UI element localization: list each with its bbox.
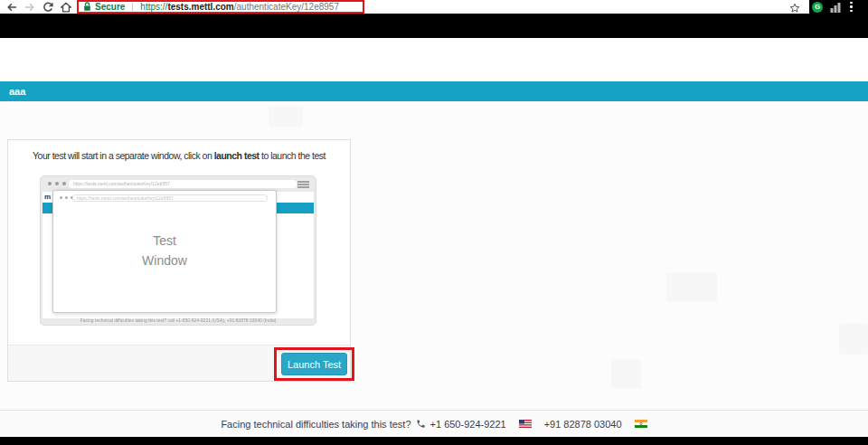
mock-popup-dots-icon (60, 196, 73, 199)
mock-popup-body: Test Window (53, 231, 276, 270)
grammarly-extension-icon[interactable]: G (812, 2, 823, 13)
url-protocol: https:// (140, 2, 167, 12)
screen: Secure https://tests.mettl.com/authentic… (0, 0, 868, 445)
url-text: https://tests.mettl.com/authenticateKey/… (140, 2, 339, 12)
address-divider (132, 3, 133, 11)
url-domain: tests.mettl.com (167, 2, 233, 12)
us-flag-icon (519, 420, 532, 428)
test-name-bar: aaa (0, 81, 868, 101)
mock-hamburger-icon (297, 181, 309, 188)
test-window-label-line2: Window (53, 251, 276, 270)
instruction-bold: launch test (214, 150, 259, 161)
address-bar[interactable]: Secure https://tests.mettl.com/authentic… (77, 0, 364, 14)
chart-extension-icon[interactable] (830, 2, 841, 13)
mock-popup-window: https://tests.mettl.com/authenticateKey/… (52, 190, 277, 313)
url-path: /authenticateKey/12e8957 (234, 2, 339, 12)
browser-chrome: Secure https://tests.mettl.com/authentic… (0, 0, 868, 38)
page-content: Your test will start in a separate windo… (0, 101, 868, 410)
bookmark-star-icon[interactable] (789, 1, 800, 17)
home-icon[interactable] (60, 1, 72, 13)
india-flag-icon (635, 420, 647, 428)
background-artifact (611, 360, 641, 389)
support-footer: Facing technical difficulties taking thi… (0, 410, 868, 437)
instruction-prefix: Your test will start in a separate windo… (33, 150, 214, 161)
mock-url-bar: https://tests.mettl.com/authenticateKey/… (69, 180, 297, 188)
refresh-icon[interactable] (42, 1, 54, 13)
background-artifact (839, 324, 868, 355)
card-footer: Launch Test (8, 345, 350, 381)
mock-window-dots-icon (48, 182, 66, 185)
browser-menu-icon[interactable] (848, 1, 854, 14)
test-window-illustration: https://tests.mettl.com/authenticateKey/… (40, 175, 316, 326)
back-icon[interactable] (5, 1, 18, 13)
india-phone-number: +91 82878 03040 (544, 419, 622, 430)
mock-support-note: Facing technical difficulties taking thi… (41, 317, 316, 323)
launch-test-button[interactable]: Launch Test (281, 353, 347, 375)
extension-icons: G (812, 1, 854, 13)
forward-icon[interactable] (24, 1, 36, 13)
mock-popup-url-bar: https://tests.mettl.com/authenticateKey/… (72, 194, 268, 202)
site-header: mettl (0, 38, 868, 81)
test-window-label-line1: Test (53, 231, 276, 251)
instruction-text: Your test will start in a separate windo… (8, 150, 350, 161)
mock-mettl-mini-logo: m (44, 193, 51, 201)
launch-test-card: Your test will start in a separate windo… (7, 139, 351, 382)
us-phone-number: +1 650-924-9221 (430, 419, 506, 430)
support-question: Facing technical difficulties taking thi… (221, 419, 410, 430)
secure-padlock-icon (83, 2, 91, 12)
bottom-black-bar (0, 437, 868, 445)
phone-icon (416, 419, 426, 429)
launch-button-annotation-box: Launch Test (274, 347, 354, 381)
secure-label: Secure (95, 2, 125, 12)
instruction-suffix: to launch the test (259, 150, 326, 161)
background-artifact (666, 273, 717, 302)
background-artifact (269, 107, 303, 127)
browser-toolbar: Secure https://tests.mettl.com/authentic… (0, 0, 809, 14)
